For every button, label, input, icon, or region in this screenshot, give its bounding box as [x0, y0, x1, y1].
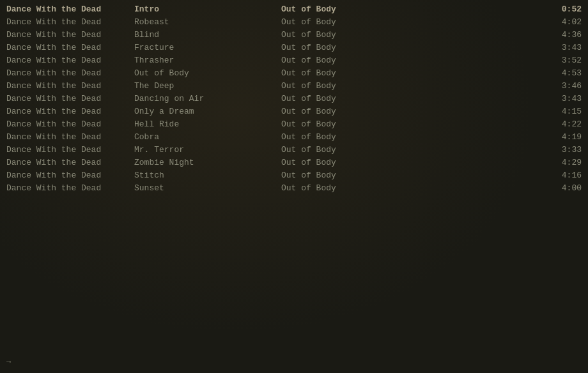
track-row[interactable]: Dance With the DeadZombie NightOut of Bo…: [0, 156, 588, 169]
track-row[interactable]: Dance With the DeadFractureOut of Body3:…: [0, 41, 588, 54]
track-artist: Dance With the Dead: [6, 56, 134, 65]
track-duration: 4:19: [543, 132, 582, 142]
track-title: Fracture: [134, 43, 281, 52]
track-duration: 3:43: [543, 94, 582, 103]
track-title: The Deep: [134, 81, 281, 91]
track-title: Zombie Night: [134, 158, 281, 167]
track-title: Hell Ride: [134, 119, 281, 129]
track-artist: Dance With the Dead: [6, 43, 134, 52]
track-row[interactable]: Dance With the DeadHell RideOut of Body4…: [0, 118, 588, 130]
track-artist: Dance With the Dead: [6, 107, 134, 116]
track-row[interactable]: Dance With the DeadSunsetOut of Body4:00: [0, 181, 588, 194]
track-duration: 3:46: [543, 81, 582, 91]
track-row[interactable]: Dance With the DeadCobraOut of Body4:19: [0, 130, 588, 143]
track-title: Blind: [134, 30, 281, 40]
track-title: Mr. Terror: [134, 145, 281, 155]
track-title: Out of Body: [134, 68, 281, 78]
track-row[interactable]: Dance With the DeadStitchOut of Body4:16: [0, 169, 588, 181]
track-artist: Dance With the Dead: [6, 4, 134, 14]
track-duration: 4:22: [543, 119, 582, 129]
track-title: Stitch: [134, 171, 281, 180]
track-duration: 4:15: [543, 107, 582, 116]
track-duration: 4:16: [543, 171, 582, 180]
track-row[interactable]: Dance With the DeadDancing on AirOut of …: [0, 92, 588, 105]
track-artist: Dance With the Dead: [6, 171, 134, 180]
track-album: Out of Body: [281, 145, 543, 155]
track-title: Cobra: [134, 132, 281, 142]
track-album: Out of Body: [281, 43, 543, 52]
track-duration: 0:52: [543, 4, 582, 14]
track-title: Only a Dream: [134, 107, 281, 116]
track-album: Out of Body: [281, 158, 543, 167]
track-row[interactable]: Dance With the DeadRobeastOut of Body4:0…: [0, 15, 588, 28]
track-title: Thrasher: [134, 56, 281, 65]
track-artist: Dance With the Dead: [6, 68, 134, 78]
arrow-indicator: →: [6, 358, 11, 367]
track-row[interactable]: Dance With the DeadOut of BodyOut of Bod…: [0, 66, 588, 79]
track-album: Out of Body: [281, 94, 543, 103]
track-album: Out of Body: [281, 81, 543, 91]
track-album: Out of Body: [281, 4, 543, 14]
track-row[interactable]: Dance With the DeadThrasherOut of Body3:…: [0, 54, 588, 66]
track-album: Out of Body: [281, 171, 543, 180]
track-row[interactable]: Dance With the DeadBlindOut of Body4:36: [0, 28, 588, 41]
track-row[interactable]: Dance With the DeadOnly a DreamOut of Bo…: [0, 105, 588, 118]
track-album: Out of Body: [281, 132, 543, 142]
track-album: Out of Body: [281, 56, 543, 65]
track-duration: 4:02: [543, 17, 582, 27]
track-duration: 3:33: [543, 145, 582, 155]
track-list: Dance With the DeadIntroOut of Body0:52D…: [0, 0, 588, 197]
track-duration: 4:29: [543, 158, 582, 167]
track-row[interactable]: Dance With the DeadThe DeepOut of Body3:…: [0, 79, 588, 92]
track-artist: Dance With the Dead: [6, 81, 134, 91]
track-artist: Dance With the Dead: [6, 145, 134, 155]
track-album: Out of Body: [281, 17, 543, 27]
track-title: Dancing on Air: [134, 94, 281, 103]
track-row[interactable]: Dance With the DeadIntroOut of Body0:52: [0, 3, 588, 15]
track-artist: Dance With the Dead: [6, 17, 134, 27]
track-album: Out of Body: [281, 30, 543, 40]
track-duration: 4:36: [543, 30, 582, 40]
track-duration: 4:00: [543, 183, 582, 193]
track-title: Robeast: [134, 17, 281, 27]
track-artist: Dance With the Dead: [6, 183, 134, 193]
track-artist: Dance With the Dead: [6, 94, 134, 103]
track-title: Sunset: [134, 183, 281, 193]
track-album: Out of Body: [281, 119, 543, 129]
track-duration: 4:53: [543, 68, 582, 78]
track-title: Intro: [134, 4, 281, 14]
track-artist: Dance With the Dead: [6, 158, 134, 167]
track-album: Out of Body: [281, 183, 543, 193]
track-artist: Dance With the Dead: [6, 132, 134, 142]
track-row[interactable]: Dance With the DeadMr. TerrorOut of Body…: [0, 143, 588, 156]
track-album: Out of Body: [281, 68, 543, 78]
track-artist: Dance With the Dead: [6, 30, 134, 40]
track-artist: Dance With the Dead: [6, 119, 134, 129]
track-album: Out of Body: [281, 107, 543, 116]
track-duration: 3:43: [543, 43, 582, 52]
track-duration: 3:52: [543, 56, 582, 65]
